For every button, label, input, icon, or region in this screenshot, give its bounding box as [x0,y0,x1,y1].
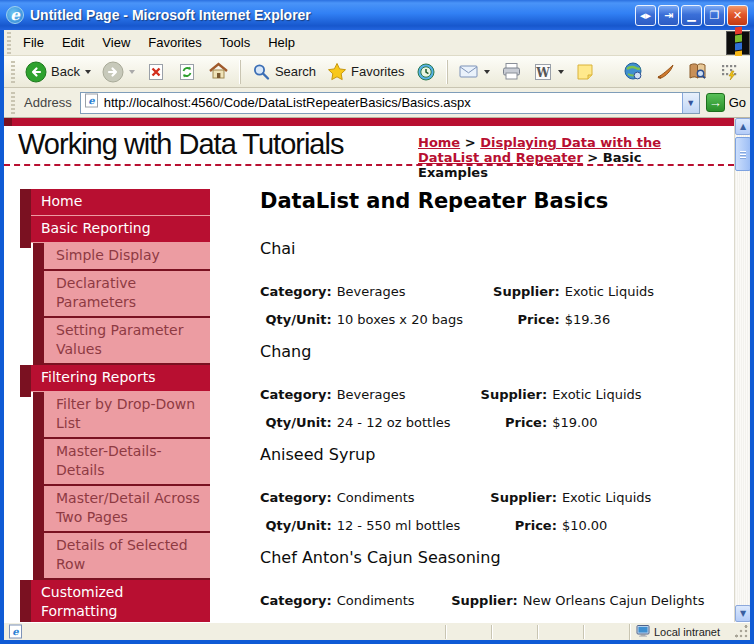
security-zone-indicator: Local intranet [629,624,733,640]
toolbar-separator [446,60,448,84]
sidebar-item-setting-parameter-values[interactable]: Setting Parameter Values [20,318,210,365]
home-icon [208,61,229,82]
menu-edit[interactable]: Edit [53,31,93,54]
address-input[interactable] [102,95,682,110]
grid-tool-button[interactable] [715,60,743,84]
category-label: Category: [260,284,337,312]
category-value: Condiments [337,593,452,621]
nav-tab [33,318,44,365]
grid-bolt-icon [719,62,739,82]
history-icon [416,62,436,82]
favorites-button[interactable]: Favorites [323,60,408,84]
back-button[interactable]: Back [21,59,95,85]
toolbar-grip[interactable] [11,61,15,83]
sidebar-item-customized-formatting[interactable]: Customized Formatting [20,580,210,622]
product-name: Chef Anton's Cajun Seasoning [260,548,726,567]
maximize-button[interactable]: ❐ [704,5,725,26]
mail-dropdown-caret[interactable] [484,70,490,74]
resize-arrows-button[interactable]: ◂▸ [635,5,656,26]
menu-favorites[interactable]: Favorites [139,31,210,54]
research-button[interactable] [683,59,712,84]
home-button[interactable] [204,59,233,84]
price-value: $19.00 [552,415,641,443]
sidebar-item-filtering-reports[interactable]: Filtering Reports [20,365,210,392]
supplier-value: Exotic Liquids [565,284,654,312]
edit-dropdown-caret[interactable] [558,70,564,74]
sidebar-item-details-of-selected-row[interactable]: Details of Selected Row [20,533,210,580]
minimize-button[interactable]: ▁ [681,5,702,26]
menu-file[interactable]: File [14,31,53,54]
breadcrumb-home-link[interactable]: Home [418,135,460,150]
product-item: Aniseed Syrup Category: Condiments Suppl… [260,445,726,546]
stop-button[interactable] [142,60,170,84]
product-item: Chang Category: Beverages Supplier: Exot… [260,342,726,443]
discuss-button[interactable] [571,60,599,84]
favorites-star-icon [327,62,347,82]
address-dropdown-button[interactable]: ▼ [682,93,699,113]
page-top-accent-bar [4,118,734,126]
address-grip[interactable] [11,92,15,114]
scrollbar-thumb[interactable] [735,137,750,171]
menu-bar: File Edit View Favorites Tools Help [4,30,750,56]
sidebar-item-declarative-parameters[interactable]: Declarative Parameters [20,271,210,318]
menu-help[interactable]: Help [259,31,304,54]
edit-with-word-button[interactable]: W [529,60,568,84]
go-label: Go [729,95,746,110]
qty-value: 24 - 12 oz bottles [337,415,481,443]
forward-button[interactable] [98,59,139,85]
menu-grip[interactable] [7,32,11,54]
back-dropdown-caret[interactable] [85,70,91,74]
refresh-button[interactable] [173,60,201,84]
category-value: Condiments [337,490,491,518]
product-details-table: Category: Beverages Supplier: Exotic Liq… [260,387,642,443]
status-pane [537,625,583,639]
sidebar-item-basic-reporting[interactable]: Basic Reporting [20,216,210,243]
scroll-up-button[interactable]: ▲ [735,118,750,135]
mail-button[interactable] [454,59,494,84]
menu-view[interactable]: View [93,31,139,54]
supplier-value: New Orleans Cajun Delights [523,593,705,621]
detach-button[interactable]: ⇥ [658,5,679,26]
product-name: Aniseed Syrup [260,445,726,464]
sidebar-item-master-detail-two-pages[interactable]: Master/Detail Across Two Pages [20,486,210,533]
supplier-label: Supplier: [481,387,553,415]
go-button[interactable]: → Go [706,93,746,112]
address-label: Address [24,95,72,110]
resize-grip[interactable] [735,625,748,638]
pen-tool-button[interactable] [651,59,680,84]
sidebar-item-simple-display[interactable]: Simple Display [20,243,210,271]
stop-icon [146,62,166,82]
menu-tools[interactable]: Tools [211,31,259,54]
sidebar-item-master-details-details[interactable]: Master-Details-Details [20,439,210,486]
sidebar-item-home[interactable]: Home [20,189,210,216]
print-button[interactable] [497,59,526,84]
forward-dropdown-caret[interactable] [129,70,135,74]
ie-app-icon: e [6,6,24,24]
page-title: DataList and Repeater Basics [260,189,726,213]
breadcrumb-separator: > [460,135,480,150]
nav-tab [33,533,44,580]
sidebar-item-filter-by-dropdown-list[interactable]: Filter by Drop-Down List [20,392,210,439]
computer-icon [636,625,650,639]
close-button[interactable]: ✕ [727,5,748,26]
nav-tab [20,365,31,397]
qty-value: 12 - 550 ml bottles [337,518,491,546]
svg-text:e: e [12,626,19,637]
title-bar: e Untitled Page - Microsoft Internet Exp… [0,0,754,30]
window-title: Untitled Page - Microsoft Internet Explo… [30,7,635,23]
standard-toolbar: Back Search Favorites W [4,56,750,88]
scroll-down-button[interactable]: ▼ [735,605,750,622]
status-pane [445,625,491,639]
book-search-icon [687,61,708,82]
vertical-scrollbar[interactable]: ▲ ▼ [734,118,750,622]
product-name: Chang [260,342,726,361]
forward-icon [102,61,124,83]
go-arrow-icon: → [706,93,725,112]
search-button[interactable]: Search [247,60,320,84]
product-item: Chef Anton's Cajun Seasoning Category: C… [260,548,726,622]
status-bar: e Local intranet [4,622,750,640]
supplier-value: Exotic Liquids [562,490,651,518]
msn-globe-button[interactable] [619,59,648,84]
history-button[interactable] [412,60,440,84]
supplier-label: Supplier: [451,593,523,621]
